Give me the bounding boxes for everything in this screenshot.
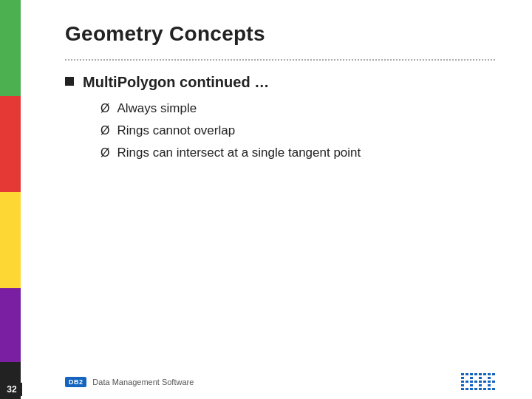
- arrow-icon-3: Ø: [100, 146, 109, 160]
- ibm-bar-5: [461, 388, 495, 390]
- main-bullet-heading: MultiPolygon continued …: [83, 74, 269, 90]
- arrow-icon-2: Ø: [100, 124, 109, 137]
- footer-left: DB2 Data Management Software: [65, 377, 194, 387]
- sub-bullet-2: Ø Rings cannot overlap: [100, 123, 361, 138]
- sub-bullet-text-3: Rings can intersect at a single tangent …: [117, 146, 361, 160]
- sub-bullets-list: Ø Always simple Ø Rings cannot overlap Ø…: [100, 101, 361, 160]
- bar-green: [0, 0, 21, 96]
- page-number: 32: [1, 383, 22, 396]
- ibm-bar-3: [461, 381, 495, 383]
- arrow-icon-1: Ø: [100, 102, 109, 115]
- sub-bullet-1: Ø Always simple: [100, 101, 361, 116]
- ibm-logo: [461, 373, 495, 390]
- sub-bullet-3: Ø Rings can intersect at a single tangen…: [100, 146, 361, 160]
- db2-badge: DB2: [65, 377, 86, 387]
- ibm-bar-1: [461, 373, 495, 375]
- sub-bullet-text-2: Rings cannot overlap: [117, 123, 235, 138]
- sub-bullet-text-1: Always simple: [117, 101, 197, 116]
- left-color-bar: [0, 0, 21, 399]
- main-bullet-section: MultiPolygon continued … Ø Always simple…: [65, 74, 495, 160]
- bullet-square-icon: [65, 77, 74, 86]
- slide-title: Geometry Concepts: [65, 22, 495, 46]
- dotted-separator: [65, 59, 495, 61]
- footer: DB2 Data Management Software: [21, 373, 532, 390]
- bar-yellow: [0, 192, 21, 288]
- footer-description: Data Management Software: [92, 378, 194, 386]
- bar-purple: [0, 288, 21, 362]
- ibm-bar-4: [461, 384, 495, 386]
- main-content: Geometry Concepts MultiPolygon continued…: [21, 0, 532, 399]
- bar-red: [0, 96, 21, 192]
- ibm-bar-2: [461, 377, 495, 379]
